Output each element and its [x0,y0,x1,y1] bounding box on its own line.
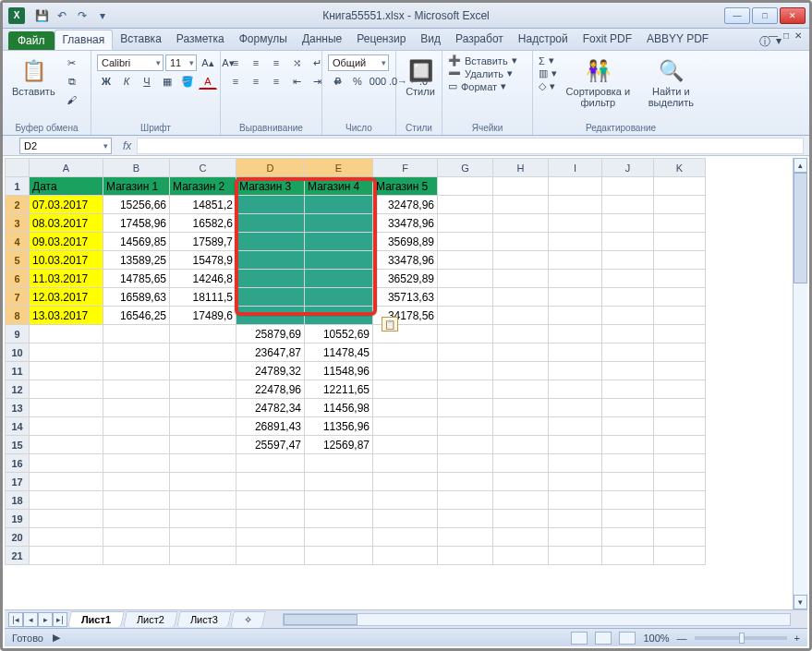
cell-I17[interactable] [549,473,602,491]
cell-G5[interactable] [438,251,493,270]
cell-J17[interactable] [602,473,654,491]
cell-H19[interactable] [493,510,549,528]
cell-G4[interactable] [438,233,493,251]
cell-J11[interactable] [602,362,654,380]
cell-K3[interactable] [654,214,706,233]
zoom-out-button[interactable]: — [677,633,687,644]
cell-J5[interactable] [602,251,654,270]
align-center-button[interactable]: ≡ [247,73,265,90]
col-header-I[interactable]: I [549,159,602,177]
cell-I5[interactable] [549,251,602,270]
mdi-close[interactable]: ✕ [794,30,802,41]
cell-D1[interactable]: Магазин 3 [236,177,305,196]
underline-button[interactable]: Ч [138,73,156,90]
cell-C21[interactable] [170,547,236,565]
cell-D14[interactable]: 26891,43 [236,417,305,436]
cell-I7[interactable] [549,288,602,307]
view-pagebreak-button[interactable] [619,632,636,645]
cell-A5[interactable]: 10.03.2017 [30,251,103,270]
new-sheet-button[interactable]: ✧ [230,611,266,628]
cell-G17[interactable] [438,473,493,491]
cell-B15[interactable] [103,436,170,454]
cell-B10[interactable] [103,344,170,362]
cell-J3[interactable] [602,214,654,233]
cell-C4[interactable]: 17589,7 [170,233,236,251]
cell-G10[interactable] [438,344,493,362]
cell-H8[interactable] [493,307,549,325]
horizontal-scrollbar[interactable] [283,613,791,626]
cell-B17[interactable] [103,473,170,491]
row-header-6[interactable]: 6 [6,270,30,288]
cell-E10[interactable]: 11478,45 [305,344,373,362]
cell-G8[interactable] [438,307,493,325]
ribbon-tab-разметка[interactable]: Разметка [169,30,232,50]
cell-D6[interactable] [236,270,305,288]
cell-I14[interactable] [549,417,602,436]
fx-button[interactable]: fx [123,139,131,152]
sheet-nav-first[interactable]: |◂ [8,612,23,627]
cell-J6[interactable] [602,270,654,288]
cell-G14[interactable] [438,417,493,436]
cell-I19[interactable] [549,510,602,528]
find-select-button[interactable]: 🔍 Найти и выделить [639,54,703,110]
italic-button[interactable]: К [117,73,136,90]
row-header-19[interactable]: 19 [6,510,30,528]
cell-K17[interactable] [654,473,706,491]
cell-F11[interactable] [373,362,438,380]
cell-G3[interactable] [438,214,493,233]
cell-D18[interactable] [236,491,305,510]
cell-C18[interactable] [170,491,236,510]
cell-A19[interactable] [30,510,103,528]
align-top-button[interactable]: ≡ [226,54,245,71]
cell-K10[interactable] [654,344,706,362]
fill-button[interactable]: ▥▾ [539,67,557,79]
cell-A8[interactable]: 13.03.2017 [30,307,103,325]
cell-F6[interactable]: 36529,89 [373,270,438,288]
cell-J9[interactable] [602,325,654,344]
cell-B19[interactable] [103,510,170,528]
close-button[interactable]: ✕ [780,7,806,24]
cell-K16[interactable] [654,454,706,473]
cell-A2[interactable]: 07.03.2017 [30,196,103,214]
cell-A18[interactable] [30,491,103,510]
cell-E18[interactable] [305,491,373,510]
cell-F7[interactable]: 35713,63 [373,288,438,307]
cell-K2[interactable] [654,196,706,214]
cell-G2[interactable] [438,196,493,214]
cell-C14[interactable] [170,417,236,436]
formula-input[interactable] [137,138,804,154]
cell-H14[interactable] [493,417,549,436]
row-header-5[interactable]: 5 [6,251,30,270]
ribbon-tab-разработ[interactable]: Разработ [448,30,511,50]
row-header-18[interactable]: 18 [6,491,30,510]
orientation-button[interactable]: ⤭ [287,54,306,71]
cell-C9[interactable] [170,325,236,344]
row-header-21[interactable]: 21 [6,547,30,565]
sheet-nav-prev[interactable]: ◂ [23,612,38,627]
cell-H10[interactable] [493,344,549,362]
cell-C1[interactable]: Магазин 2 [170,177,236,196]
cell-A15[interactable] [30,436,103,454]
select-all-corner[interactable] [6,159,30,177]
cell-A20[interactable] [30,528,103,547]
paste-button[interactable]: 📋 Вставить [8,54,59,99]
paste-options-flyout[interactable]: 📋 [382,317,398,332]
cell-K12[interactable] [654,380,706,399]
cell-C8[interactable]: 17489,6 [170,307,236,325]
cell-G7[interactable] [438,288,493,307]
cell-G20[interactable] [438,528,493,547]
cell-I11[interactable] [549,362,602,380]
cell-K15[interactable] [654,436,706,454]
row-header-9[interactable]: 9 [6,325,30,344]
cell-A12[interactable] [30,380,103,399]
row-header-11[interactable]: 11 [6,362,30,380]
col-header-F[interactable]: F [373,159,438,177]
cell-D20[interactable] [236,528,305,547]
cell-J15[interactable] [602,436,654,454]
cell-D15[interactable]: 25597,47 [236,436,305,454]
worksheet-grid[interactable]: ABCDEFGHIJK1ДатаМагазин 1Магазин 2Магази… [5,158,807,609]
cell-A21[interactable] [30,547,103,565]
row-header-13[interactable]: 13 [6,399,30,417]
row-header-1[interactable]: 1 [6,177,30,196]
cell-H21[interactable] [493,547,549,565]
